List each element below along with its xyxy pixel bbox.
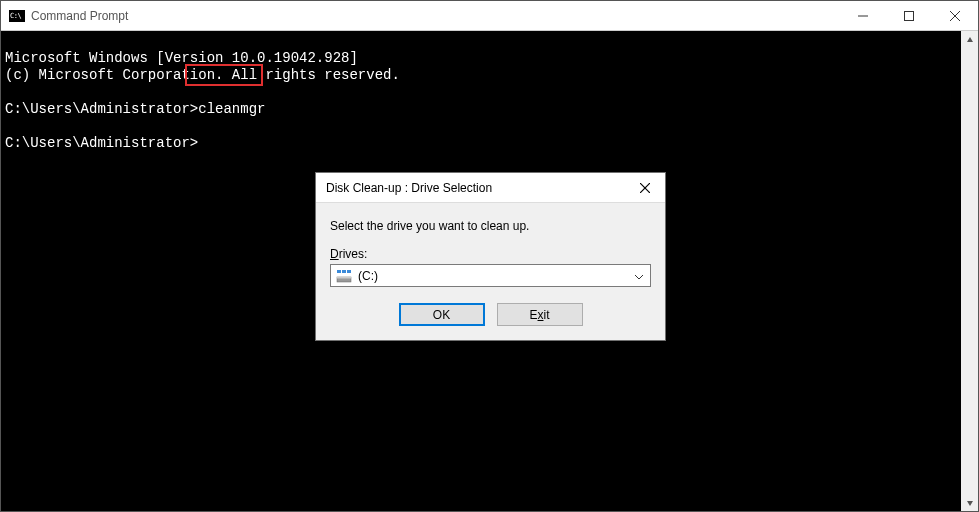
svg-rect-9 bbox=[342, 270, 346, 273]
drive-selection-dialog: Disk Clean-up : Drive Selection Select t… bbox=[315, 172, 666, 341]
svg-rect-12 bbox=[337, 277, 351, 279]
chevron-down-icon bbox=[634, 269, 644, 283]
dialog-title: Disk Clean-up : Drive Selection bbox=[326, 181, 625, 195]
ok-button[interactable]: OK bbox=[399, 303, 485, 326]
drives-label: Drives: bbox=[330, 247, 651, 261]
drives-dropdown[interactable]: (C:) bbox=[330, 264, 651, 287]
window-controls bbox=[840, 1, 978, 30]
dialog-instruction: Select the drive you want to clean up. bbox=[330, 219, 651, 233]
svg-rect-1 bbox=[905, 11, 914, 20]
terminal-prompt: C:\Users\Administrator> bbox=[5, 135, 198, 151]
vertical-scrollbar[interactable] bbox=[961, 31, 978, 511]
dialog-body: Select the drive you want to clean up. D… bbox=[316, 203, 665, 340]
dialog-close-button[interactable] bbox=[625, 173, 665, 202]
window-titlebar: C:\ Command Prompt bbox=[1, 1, 978, 31]
maximize-button[interactable] bbox=[886, 1, 932, 30]
close-button[interactable] bbox=[932, 1, 978, 30]
terminal-line: (c) Microsoft Corporation. All rights re… bbox=[5, 67, 400, 83]
svg-rect-8 bbox=[337, 270, 341, 273]
scroll-up-icon[interactable] bbox=[961, 31, 978, 48]
drive-icon bbox=[336, 268, 352, 284]
svg-marker-5 bbox=[967, 501, 973, 506]
selected-drive-text: (C:) bbox=[358, 269, 378, 283]
scroll-down-icon[interactable] bbox=[961, 494, 978, 511]
window-title: Command Prompt bbox=[31, 9, 840, 23]
cmd-icon: C:\ bbox=[9, 10, 25, 22]
minimize-button[interactable] bbox=[840, 1, 886, 30]
svg-rect-10 bbox=[347, 270, 351, 273]
terminal-line: Microsoft Windows [Version 10.0.19042.92… bbox=[5, 50, 358, 66]
terminal-prompt: C:\Users\Administrator>cleanmgr bbox=[5, 101, 265, 117]
exit-button[interactable]: Exit bbox=[497, 303, 583, 326]
dialog-button-row: OK Exit bbox=[330, 303, 651, 326]
dialog-titlebar[interactable]: Disk Clean-up : Drive Selection bbox=[316, 173, 665, 203]
svg-marker-4 bbox=[967, 37, 973, 42]
